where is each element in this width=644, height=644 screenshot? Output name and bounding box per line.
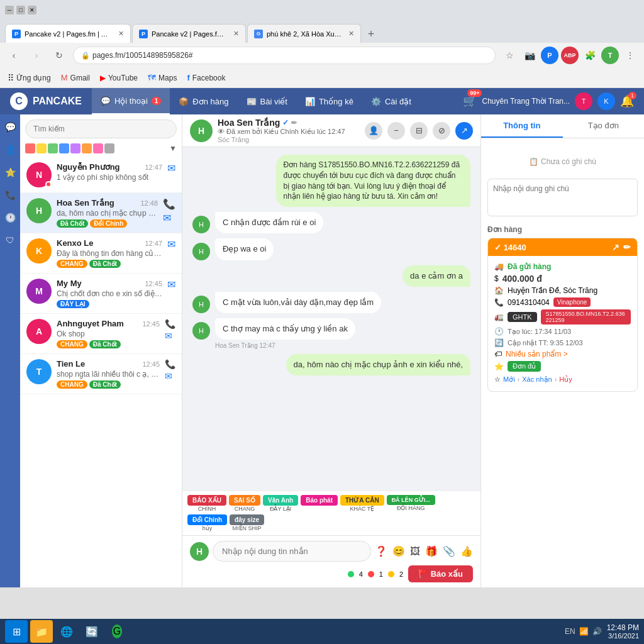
tab-2[interactable]: P Pancake v2 | Pages.fm | Adv... ✕ (132, 24, 246, 43)
tag-baoxau[interactable]: BÁO XẤU CHÍNH (187, 495, 226, 512)
image-icon[interactable]: 🖼 (410, 546, 420, 557)
action-new[interactable]: Mới (503, 375, 515, 384)
order-fullness-badge: Đơn đủ (508, 361, 541, 372)
address-input[interactable]: 🔒 pages.fm/100514898595826# (73, 47, 496, 64)
conv-item-3[interactable]: K Kenxo Le 12:47 Đây là thông tin đơn hà… (20, 233, 182, 274)
forward-btn[interactable]: › (28, 47, 45, 64)
close-btn[interactable]: ✕ (28, 6, 36, 14)
tag-vananh[interactable]: Văn Anh ĐẪY LẠI (263, 495, 298, 512)
tab-1[interactable]: P Pancake v2 | Pages.fm | Advance... ✕ (5, 24, 131, 43)
puzzle-btn[interactable]: 🧩 (581, 47, 599, 64)
sidebar-phone-icon[interactable]: 📞 (3, 187, 18, 203)
maps-bookmark[interactable]: 🗺 Maps (148, 73, 177, 82)
gmail-bookmark[interactable]: M Gmail (61, 73, 90, 82)
taskbar-app1[interactable]: 🔄 (80, 620, 103, 643)
report-btn[interactable]: 🚩 Báo xấu (408, 565, 473, 582)
filter-pink[interactable] (93, 143, 103, 153)
back-btn[interactable]: ‹ (5, 47, 23, 64)
tab-3[interactable]: G phú khê 2, Xã Hòa Xuân Đông... ✕ (247, 24, 361, 43)
camera-btn[interactable]: 📷 (521, 47, 538, 64)
nav-hoithoai[interactable]: 💬 Hội thoại 1 (92, 88, 170, 114)
tag-thuacan[interactable]: THỪA CÂN KHÁC TỆ (340, 495, 384, 512)
tab-thongtin[interactable]: Thông tin (481, 114, 563, 138)
extension-btn[interactable]: ABP (561, 47, 579, 64)
order-many-products[interactable]: Nhiều sản phẩm > (506, 350, 568, 358)
tag-doichinh[interactable]: Đổi Chính hủy (187, 514, 227, 531)
conv-item-2[interactable]: H Hoa Sen Trắng 12:48 da, hôm nào chị mặ… (20, 193, 182, 233)
conv-item-4[interactable]: M My My 12:45 Chị chốt đơn cho e xin số … (20, 274, 182, 314)
order-phone: 0914310404 (508, 298, 550, 307)
minus2-action-btn[interactable]: ⊟ (410, 122, 428, 140)
facebook-bookmark[interactable]: f Facebook (187, 73, 225, 82)
maximize-btn[interactable]: □ (16, 6, 25, 14)
user-avatar-btn[interactable]: T (601, 47, 619, 64)
action-confirm[interactable]: Xác nhận (522, 375, 552, 384)
search-input[interactable] (25, 119, 177, 138)
share-icon[interactable]: ↗ (612, 242, 619, 252)
filter-blue[interactable] (59, 143, 69, 153)
tab-2-close[interactable]: ✕ (233, 30, 239, 38)
filter-red[interactable] (25, 143, 35, 153)
message-input[interactable] (213, 541, 371, 562)
notes-input[interactable] (487, 179, 638, 216)
logo-text: PANCAKE (33, 96, 82, 107)
filter-expand-icon[interactable]: ▼ (169, 144, 177, 153)
taskbar-chrome[interactable]: 🌐 (55, 620, 78, 643)
tab-1-close[interactable]: ✕ (118, 30, 124, 38)
gift-icon[interactable]: 🎁 (425, 545, 438, 557)
tag-dalenguoi[interactable]: ĐÃ LÊN GỬI... ĐỔI HÀNG (387, 495, 435, 512)
profile-btn[interactable]: P (541, 47, 558, 64)
sidebar-clock-icon[interactable]: 🕐 (3, 210, 18, 225)
minus-action-btn[interactable]: − (387, 122, 405, 140)
tab-3-close[interactable]: ✕ (348, 30, 354, 38)
youtube-bookmark[interactable]: ▶ YouTube (100, 74, 138, 82)
store-name: Chuyên Trang Thời Tran... (482, 97, 570, 106)
tag-saiso[interactable]: SAI SỐ CHANG (229, 495, 260, 512)
attachment-icon[interactable]: 📎 (443, 545, 455, 557)
store-avatar-2[interactable]: K (597, 92, 615, 110)
tag-baophat[interactable]: Báo phát (301, 495, 338, 512)
menu-btn[interactable]: ⋮ (621, 47, 639, 64)
nav-thongke[interactable]: 📊 Thống kê (296, 88, 362, 114)
action-cancel[interactable]: Hủy (559, 375, 572, 384)
pancake-logo: C PANCAKE (10, 92, 82, 110)
conv-item-6[interactable]: T Tien Le 12:45 shop ngta lãi nhiều thôi… (20, 354, 182, 394)
filter-green[interactable] (48, 143, 58, 153)
sidebar-star-icon[interactable]: ⭐ (3, 165, 18, 180)
block-action-btn[interactable]: ⊘ (433, 122, 450, 140)
conv-item-1[interactable]: N Nguyễn Phương 12:47 1 vậy có phí ship … (20, 157, 182, 193)
sidebar-chat-icon[interactable]: 💬 (3, 119, 18, 135)
tag-daysize[interactable]: đây size MIỄN SHIP (230, 514, 264, 531)
notification-btn[interactable]: 🔔 1 (620, 94, 634, 108)
taskbar-explorer[interactable]: 📁 (30, 620, 53, 643)
filter-orange[interactable] (82, 143, 92, 153)
conv-item-5[interactable]: A Anhnguyet Pham 12:45 Ok shop CHANG Đã … (20, 314, 182, 354)
like-icon[interactable]: 👍 (460, 545, 473, 557)
sidebar-user-icon[interactable]: 👤 (3, 142, 18, 157)
filter-gray[interactable] (104, 143, 114, 153)
filter-purple[interactable] (70, 143, 80, 153)
start-button[interactable]: ⊞ (5, 620, 28, 643)
star-icon-action: ☆ (494, 375, 501, 384)
user-action-btn[interactable]: 👤 (365, 122, 382, 140)
emoji-icon[interactable]: 😊 (392, 545, 405, 557)
apps-bookmark[interactable]: ⠿ Ứng dụng (8, 73, 51, 83)
filter-yellow[interactable] (36, 143, 47, 153)
nav-donhang[interactable]: 📦 Đơn hàng (170, 88, 237, 114)
new-tab-btn[interactable]: + (362, 25, 380, 43)
bookmark-btn[interactable]: ☆ (501, 47, 518, 64)
help-icon[interactable]: ❓ (375, 545, 387, 557)
sidebar-shield-icon[interactable]: 🛡 (3, 233, 18, 248)
cart-container[interactable]: 🛒 99+ (463, 94, 477, 108)
tab-taodon[interactable]: Tạo đơn (563, 114, 645, 138)
facebook-icon: f (187, 73, 189, 82)
order-section: Đơn hàng ✓ 14640 ↗ ✏ 🚚 Đã (487, 225, 638, 392)
refresh-btn[interactable]: ↻ (50, 47, 68, 64)
taskbar-app2[interactable]: G (106, 620, 128, 643)
store-avatar-1[interactable]: T (575, 92, 592, 110)
nav-caidat[interactable]: ⚙️ Cài đặt (362, 88, 420, 114)
edit-icon[interactable]: ✏ (623, 242, 631, 252)
expand-action-btn[interactable]: ↗ (455, 122, 473, 140)
nav-baiviet[interactable]: 📰 Bài viết (238, 88, 296, 114)
minimize-btn[interactable]: ─ (5, 6, 14, 14)
